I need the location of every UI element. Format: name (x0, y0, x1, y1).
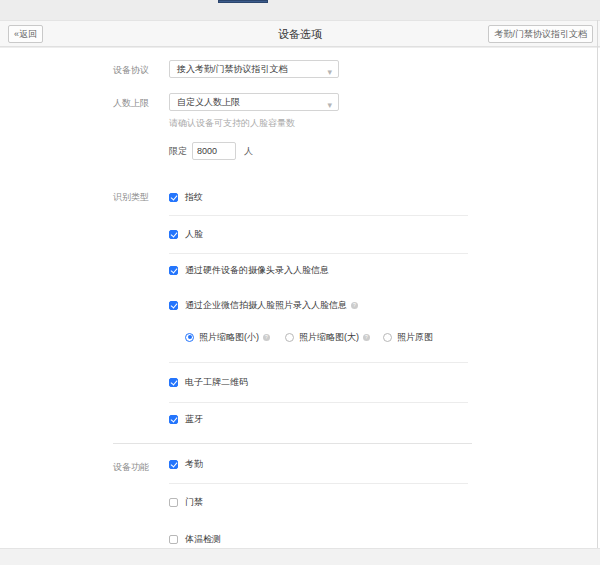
radio-option-original[interactable]: 照片原图 (383, 332, 433, 343)
limit-suffix-label: 人 (244, 145, 253, 158)
checkbox-row[interactable]: 体温检测 (169, 534, 468, 545)
checkbox-label: 人脸 (185, 229, 203, 240)
top-accent-bar (218, 0, 268, 3)
header-bar: «返回 设备选项 考勤/门禁协议指引文档 (0, 20, 600, 47)
protocol-label: 设备协议 (113, 60, 169, 78)
radio-label: 照片缩略图(大) (299, 332, 359, 343)
row-divider (169, 215, 468, 216)
checkbox-row[interactable]: 蓝牙 (169, 414, 468, 425)
info-icon[interactable]: ? (363, 334, 370, 341)
row-divider (169, 402, 468, 403)
checkbox-row[interactable]: 通过企业微信拍摄人脸照片录入人脸信息 ? (169, 300, 468, 311)
capacity-hint: 请确认设备可支持的人脸容量数 (169, 117, 600, 130)
radio-option-thumb-small[interactable]: 照片缩略图(小) ? (185, 332, 270, 343)
checkbox-row[interactable]: 指纹 (169, 192, 468, 203)
checkbox[interactable] (169, 535, 178, 544)
radio-option-thumb-large[interactable]: 照片缩略图(大) ? (285, 332, 370, 343)
checkbox-label: 通过企业微信拍摄人脸照片录入人脸信息 (185, 300, 347, 311)
capacity-select-value: 自定义人数上限 (177, 97, 240, 107)
checkbox[interactable] (169, 460, 178, 469)
checkbox-label: 通过硬件设备的摄像头录入人脸信息 (185, 265, 329, 276)
recognition-section: 识别类型 指纹 人脸 通过硬件设备的摄像头录入人脸信息 (113, 190, 600, 425)
info-icon[interactable]: ? (351, 302, 358, 309)
footer-strip (0, 548, 600, 565)
checkbox-label: 指纹 (185, 192, 203, 203)
checkbox[interactable] (169, 193, 178, 202)
window-right-border (597, 20, 598, 548)
row-divider (169, 253, 468, 254)
functions-label: 设备功能 (113, 459, 169, 545)
row-divider (169, 483, 468, 484)
checkbox-row[interactable]: 考勤 (169, 459, 468, 470)
row-divider (169, 362, 468, 363)
protocol-select-value: 接入考勤/门禁协议指引文档 (177, 64, 288, 74)
checkbox[interactable] (169, 266, 178, 275)
protocol-doc-button[interactable]: 考勤/门禁协议指引文档 (488, 25, 593, 43)
radio-button[interactable] (383, 333, 392, 342)
checkbox[interactable] (169, 498, 178, 507)
limit-row: 限定 人 (169, 142, 600, 160)
checkbox[interactable] (169, 378, 178, 387)
recognition-label: 识别类型 (113, 190, 169, 425)
capacity-field: 人数上限 自定义人数上限 ▾ (113, 93, 600, 111)
checkbox-row[interactable]: 通过硬件设备的摄像头录入人脸信息 (169, 265, 468, 276)
radio-label: 照片缩略图(小) (199, 332, 259, 343)
checkbox-label: 电子工牌二维码 (185, 377, 248, 388)
radio-label: 照片原图 (397, 332, 433, 343)
device-options-page: «返回 设备选项 考勤/门禁协议指引文档 设备协议 接入考勤/门禁协议指引文档 … (0, 0, 600, 565)
chevron-down-icon: ▾ (327, 97, 332, 111)
chevron-down-icon: ▾ (327, 64, 332, 78)
checkbox-label: 蓝牙 (185, 414, 203, 425)
section-divider (113, 443, 472, 444)
checkbox-row[interactable]: 人脸 (169, 229, 468, 240)
capacity-select[interactable]: 自定义人数上限 ▾ (169, 93, 339, 111)
protocol-field: 设备协议 接入考勤/门禁协议指引文档 ▾ (113, 60, 600, 78)
checkbox[interactable] (169, 301, 178, 310)
checkbox-row[interactable]: 门禁 (169, 497, 468, 508)
radio-button[interactable] (185, 333, 194, 342)
form-panel: 设备协议 接入考勤/门禁协议指引文档 ▾ 人数上限 自定义人数上限 ▾ 请确认设… (0, 48, 600, 548)
checkbox-label: 考勤 (185, 459, 203, 470)
checkbox[interactable] (169, 230, 178, 239)
checkbox-row[interactable]: 电子工牌二维码 (169, 377, 468, 388)
checkbox[interactable] (169, 415, 178, 424)
limit-prefix-label: 限定 (169, 145, 187, 158)
protocol-select[interactable]: 接入考勤/门禁协议指引文档 ▾ (169, 60, 339, 78)
info-icon[interactable]: ? (263, 334, 270, 341)
checkbox-label: 门禁 (185, 497, 203, 508)
functions-section: 设备功能 考勤 门禁 体温检测 (113, 459, 600, 545)
radio-button[interactable] (285, 333, 294, 342)
checkbox-label: 体温检测 (185, 534, 221, 545)
photo-size-options: 照片缩略图(小) ? 照片缩略图(大) ? 照片原图 (169, 331, 468, 343)
capacity-label: 人数上限 (113, 93, 169, 111)
limit-input[interactable] (192, 142, 236, 160)
